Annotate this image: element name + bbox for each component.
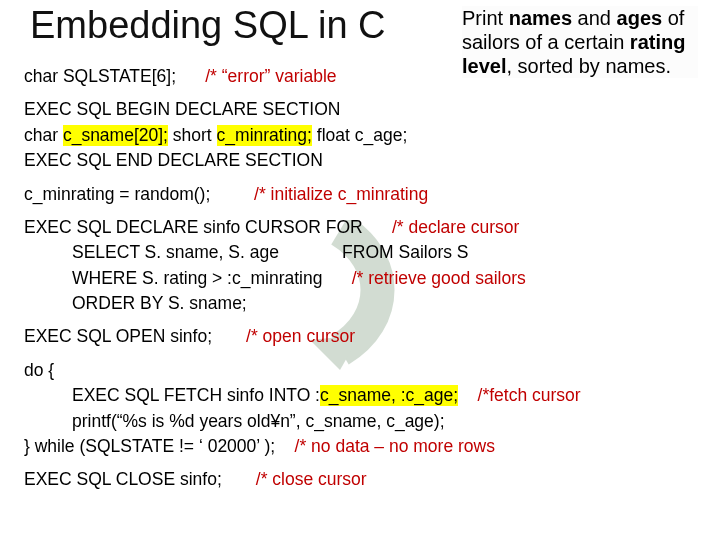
code-text: EXEC SQL DECLARE sinfo CURSOR FOR xyxy=(24,217,363,237)
code-text: short xyxy=(168,125,217,145)
code-comment: /* no data – no more rows xyxy=(295,436,495,456)
highlight: c_sname[20]; xyxy=(63,125,168,146)
code-text: float c_age; xyxy=(312,125,407,145)
code-line: char SQLSTATE[6]; /* “error” variable xyxy=(24,64,700,89)
callout-bold: ages xyxy=(617,7,663,29)
code-text: c_minrating = random(); xyxy=(24,184,210,204)
code-text: WHERE S. rating > :c_minrating xyxy=(72,268,322,288)
code-text: EXEC SQL FETCH sinfo INTO : xyxy=(72,385,320,405)
highlight: c_sname, :c_age; xyxy=(320,385,458,406)
code-comment: /* close cursor xyxy=(256,469,367,489)
callout-text: of xyxy=(662,7,684,29)
code-block: EXEC SQL DECLARE sinfo CURSOR FOR /* dec… xyxy=(24,215,700,317)
code-block: do { EXEC SQL FETCH sinfo INTO :c_sname,… xyxy=(24,358,700,460)
code-line: c_minrating = random(); /* initialize c_… xyxy=(24,182,700,207)
callout-bold: names xyxy=(509,7,572,29)
code-text: EXEC SQL OPEN sinfo; xyxy=(24,326,212,346)
code-comment: /* initialize c_minrating xyxy=(254,184,428,204)
code-comment: /*fetch cursor xyxy=(478,385,581,405)
callout-text: sailors of a certain xyxy=(462,31,630,53)
code-line: EXEC SQL OPEN sinfo; /* open cursor xyxy=(24,324,700,349)
code-text: EXEC SQL CLOSE sinfo; xyxy=(24,469,222,489)
slide-title: Embedding SQL in C xyxy=(30,4,386,47)
code-comment: /* “error” variable xyxy=(205,66,336,86)
code-text: SELECT S. sname, S. age xyxy=(72,242,279,262)
code-text: EXEC SQL END DECLARE SECTION xyxy=(24,150,323,170)
code-text: char xyxy=(24,125,63,145)
callout-text: Print xyxy=(462,7,509,29)
callout-bold: rating xyxy=(630,31,686,53)
code-text: printf(“%s is %d years old¥n”, c_sname, … xyxy=(24,409,700,434)
code-text: FROM Sailors S xyxy=(342,242,468,262)
code-comment: /* declare cursor xyxy=(392,217,519,237)
slide: Embedding SQL in C Print names and ages … xyxy=(0,0,720,540)
code-area: char SQLSTATE[6]; /* “error” variable EX… xyxy=(24,64,700,501)
code-line: EXEC SQL CLOSE sinfo; /* close cursor xyxy=(24,467,700,492)
highlight: c_minrating; xyxy=(217,125,312,146)
code-text: EXEC SQL BEGIN DECLARE SECTION xyxy=(24,99,340,119)
code-text: } while (SQLSTATE != ‘ 02000’ ); xyxy=(24,436,275,456)
code-comment: /* retrieve good sailors xyxy=(352,268,526,288)
code-comment: /* open cursor xyxy=(246,326,355,346)
code-text: ORDER BY S. sname; xyxy=(24,291,700,316)
code-text: char SQLSTATE[6]; xyxy=(24,66,176,86)
code-block: EXEC SQL BEGIN DECLARE SECTION char c_sn… xyxy=(24,97,700,173)
code-text: do { xyxy=(24,360,54,380)
callout-text: and xyxy=(572,7,616,29)
